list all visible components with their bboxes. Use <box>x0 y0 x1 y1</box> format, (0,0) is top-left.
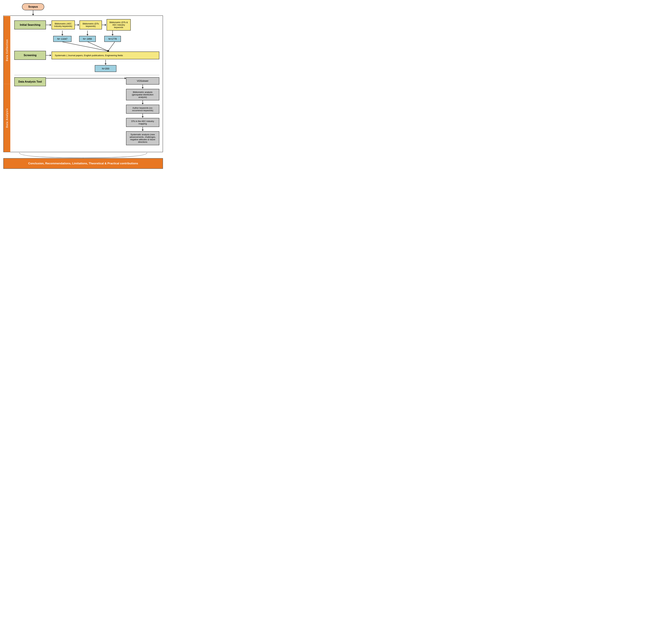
svg-line-0 <box>62 42 108 51</box>
biblio-box-1: Bibliometric (AEC industry keywords) <box>51 20 75 29</box>
n-box-1: N= 11047 <box>53 36 71 42</box>
convergence-svg <box>51 42 159 52</box>
sidebar: Data Collection Data Analysis <box>4 16 10 152</box>
analysis-step-3: DTs in the AEC industry mapping <box>126 118 159 127</box>
section-divider <box>14 75 159 75</box>
biblio-box-3: Bibliometric (DTs & AEC industry keyword… <box>107 19 131 30</box>
data-analysis-tool-box: Data Analysis Tool <box>14 77 46 86</box>
sidebar-data-collection: Data Collection <box>4 16 10 84</box>
screening-box: Screening <box>14 51 46 60</box>
full-diagram: Scopus Data Collection Data Analysis Ini… <box>3 3 163 169</box>
biblio-box-2: Bibliometric (DTs keywords) <box>80 20 102 29</box>
systematic-box: Systematic ( Journal papers, English pub… <box>51 51 159 59</box>
brace-area <box>3 152 163 158</box>
initial-searching-box: Initial Searching <box>14 20 46 29</box>
analysis-step-4: Systematic analysis (new advancements, c… <box>126 131 159 145</box>
sidebar-data-analysis: Data Analysis <box>4 84 10 152</box>
n-box-2: N= 1956 <box>79 36 96 42</box>
svg-line-2 <box>108 42 115 51</box>
svg-line-1 <box>88 42 108 51</box>
n-boxes-row: N= 11047 N= 1956 <box>51 30 159 42</box>
scopus-oval: Scopus <box>22 3 44 10</box>
n200-box: N=200 <box>95 65 116 72</box>
initial-row: Initial Searching Bibliometric (AEC indu… <box>14 19 159 30</box>
vosviewer-box: VOSviewer <box>126 77 159 85</box>
screening-row: Screening Systematic ( Journal papers, E… <box>14 51 159 60</box>
content-area: Initial Searching Bibliometric (AEC indu… <box>10 16 163 152</box>
analysis-step-2: Author keywords (co-occurrence keywords) <box>126 105 159 114</box>
data-analysis-row: Data Analysis Tool VOSviewer <box>14 77 159 145</box>
conclusion-bar: Conclusion, Recommendations, Limitations… <box>3 158 163 169</box>
analysis-step-1: Bibliometric analysis (geospatial distri… <box>126 89 159 100</box>
n-box-3: N=1778 <box>104 36 121 42</box>
brace-svg <box>19 152 147 158</box>
